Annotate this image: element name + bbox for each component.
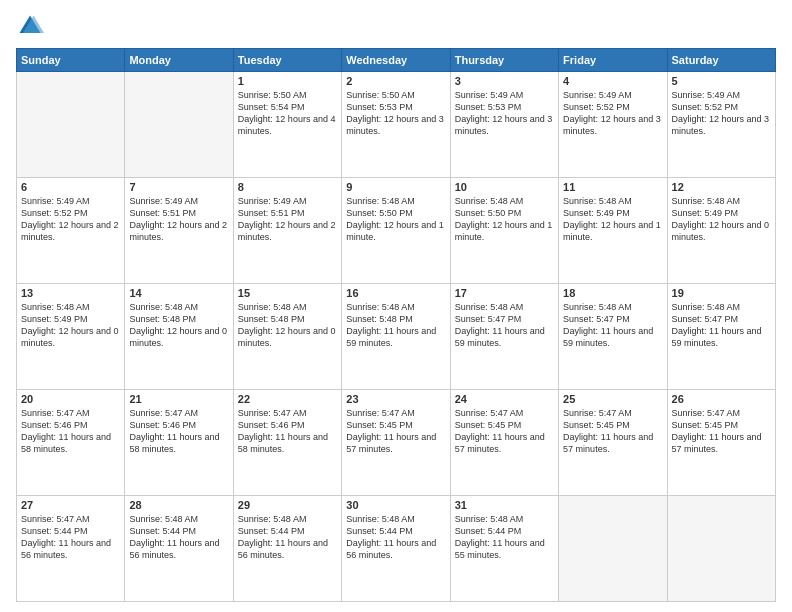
calendar-cell: 19Sunrise: 5:48 AM Sunset: 5:47 PM Dayli…: [667, 284, 775, 390]
calendar-cell: 30Sunrise: 5:48 AM Sunset: 5:44 PM Dayli…: [342, 496, 450, 602]
calendar-cell: 4Sunrise: 5:49 AM Sunset: 5:52 PM Daylig…: [559, 72, 667, 178]
day-number: 5: [672, 75, 771, 87]
calendar-cell: 18Sunrise: 5:48 AM Sunset: 5:47 PM Dayli…: [559, 284, 667, 390]
calendar-header-row: SundayMondayTuesdayWednesdayThursdayFrid…: [17, 49, 776, 72]
calendar-cell: 15Sunrise: 5:48 AM Sunset: 5:48 PM Dayli…: [233, 284, 341, 390]
day-info: Sunrise: 5:47 AM Sunset: 5:45 PM Dayligh…: [672, 407, 771, 456]
day-info: Sunrise: 5:48 AM Sunset: 5:47 PM Dayligh…: [672, 301, 771, 350]
calendar-week-1: 1Sunrise: 5:50 AM Sunset: 5:54 PM Daylig…: [17, 72, 776, 178]
calendar-cell: 25Sunrise: 5:47 AM Sunset: 5:45 PM Dayli…: [559, 390, 667, 496]
day-number: 7: [129, 181, 228, 193]
day-info: Sunrise: 5:49 AM Sunset: 5:51 PM Dayligh…: [238, 195, 337, 244]
weekday-header-sunday: Sunday: [17, 49, 125, 72]
day-info: Sunrise: 5:47 AM Sunset: 5:45 PM Dayligh…: [563, 407, 662, 456]
calendar-cell: 13Sunrise: 5:48 AM Sunset: 5:49 PM Dayli…: [17, 284, 125, 390]
day-info: Sunrise: 5:47 AM Sunset: 5:45 PM Dayligh…: [346, 407, 445, 456]
day-number: 15: [238, 287, 337, 299]
day-info: Sunrise: 5:48 AM Sunset: 5:49 PM Dayligh…: [672, 195, 771, 244]
day-number: 17: [455, 287, 554, 299]
calendar-table: SundayMondayTuesdayWednesdayThursdayFrid…: [16, 48, 776, 602]
calendar-cell: 31Sunrise: 5:48 AM Sunset: 5:44 PM Dayli…: [450, 496, 558, 602]
day-number: 10: [455, 181, 554, 193]
day-number: 13: [21, 287, 120, 299]
calendar-cell: 27Sunrise: 5:47 AM Sunset: 5:44 PM Dayli…: [17, 496, 125, 602]
calendar-cell: 14Sunrise: 5:48 AM Sunset: 5:48 PM Dayli…: [125, 284, 233, 390]
calendar-cell: [667, 496, 775, 602]
day-number: 18: [563, 287, 662, 299]
day-info: Sunrise: 5:48 AM Sunset: 5:49 PM Dayligh…: [21, 301, 120, 350]
calendar-cell: 3Sunrise: 5:49 AM Sunset: 5:53 PM Daylig…: [450, 72, 558, 178]
calendar-cell: 29Sunrise: 5:48 AM Sunset: 5:44 PM Dayli…: [233, 496, 341, 602]
day-number: 22: [238, 393, 337, 405]
calendar-cell: 10Sunrise: 5:48 AM Sunset: 5:50 PM Dayli…: [450, 178, 558, 284]
day-info: Sunrise: 5:48 AM Sunset: 5:50 PM Dayligh…: [346, 195, 445, 244]
calendar-cell: 12Sunrise: 5:48 AM Sunset: 5:49 PM Dayli…: [667, 178, 775, 284]
day-number: 9: [346, 181, 445, 193]
day-info: Sunrise: 5:47 AM Sunset: 5:46 PM Dayligh…: [238, 407, 337, 456]
day-info: Sunrise: 5:49 AM Sunset: 5:53 PM Dayligh…: [455, 89, 554, 138]
calendar-cell: 9Sunrise: 5:48 AM Sunset: 5:50 PM Daylig…: [342, 178, 450, 284]
calendar-cell: 5Sunrise: 5:49 AM Sunset: 5:52 PM Daylig…: [667, 72, 775, 178]
calendar-week-3: 13Sunrise: 5:48 AM Sunset: 5:49 PM Dayli…: [17, 284, 776, 390]
day-info: Sunrise: 5:47 AM Sunset: 5:46 PM Dayligh…: [21, 407, 120, 456]
calendar-cell: 20Sunrise: 5:47 AM Sunset: 5:46 PM Dayli…: [17, 390, 125, 496]
weekday-header-monday: Monday: [125, 49, 233, 72]
day-info: Sunrise: 5:48 AM Sunset: 5:44 PM Dayligh…: [238, 513, 337, 562]
day-number: 11: [563, 181, 662, 193]
day-number: 25: [563, 393, 662, 405]
day-info: Sunrise: 5:48 AM Sunset: 5:44 PM Dayligh…: [455, 513, 554, 562]
weekday-header-wednesday: Wednesday: [342, 49, 450, 72]
day-number: 28: [129, 499, 228, 511]
calendar-cell: 26Sunrise: 5:47 AM Sunset: 5:45 PM Dayli…: [667, 390, 775, 496]
calendar-cell: 6Sunrise: 5:49 AM Sunset: 5:52 PM Daylig…: [17, 178, 125, 284]
day-number: 30: [346, 499, 445, 511]
calendar-cell: 22Sunrise: 5:47 AM Sunset: 5:46 PM Dayli…: [233, 390, 341, 496]
day-number: 6: [21, 181, 120, 193]
day-info: Sunrise: 5:50 AM Sunset: 5:53 PM Dayligh…: [346, 89, 445, 138]
day-number: 8: [238, 181, 337, 193]
day-number: 29: [238, 499, 337, 511]
day-info: Sunrise: 5:49 AM Sunset: 5:52 PM Dayligh…: [563, 89, 662, 138]
calendar-cell: 8Sunrise: 5:49 AM Sunset: 5:51 PM Daylig…: [233, 178, 341, 284]
calendar-cell: [17, 72, 125, 178]
day-info: Sunrise: 5:49 AM Sunset: 5:52 PM Dayligh…: [672, 89, 771, 138]
calendar-cell: 11Sunrise: 5:48 AM Sunset: 5:49 PM Dayli…: [559, 178, 667, 284]
calendar-week-5: 27Sunrise: 5:47 AM Sunset: 5:44 PM Dayli…: [17, 496, 776, 602]
weekday-header-friday: Friday: [559, 49, 667, 72]
day-number: 3: [455, 75, 554, 87]
logo-icon: [16, 12, 44, 40]
day-info: Sunrise: 5:48 AM Sunset: 5:47 PM Dayligh…: [455, 301, 554, 350]
calendar-cell: 2Sunrise: 5:50 AM Sunset: 5:53 PM Daylig…: [342, 72, 450, 178]
day-info: Sunrise: 5:48 AM Sunset: 5:44 PM Dayligh…: [346, 513, 445, 562]
day-info: Sunrise: 5:47 AM Sunset: 5:45 PM Dayligh…: [455, 407, 554, 456]
day-number: 24: [455, 393, 554, 405]
day-info: Sunrise: 5:49 AM Sunset: 5:51 PM Dayligh…: [129, 195, 228, 244]
day-info: Sunrise: 5:50 AM Sunset: 5:54 PM Dayligh…: [238, 89, 337, 138]
calendar-cell: 21Sunrise: 5:47 AM Sunset: 5:46 PM Dayli…: [125, 390, 233, 496]
day-info: Sunrise: 5:48 AM Sunset: 5:49 PM Dayligh…: [563, 195, 662, 244]
day-info: Sunrise: 5:48 AM Sunset: 5:48 PM Dayligh…: [346, 301, 445, 350]
calendar-cell: 23Sunrise: 5:47 AM Sunset: 5:45 PM Dayli…: [342, 390, 450, 496]
page: SundayMondayTuesdayWednesdayThursdayFrid…: [0, 0, 792, 612]
day-number: 31: [455, 499, 554, 511]
calendar-week-4: 20Sunrise: 5:47 AM Sunset: 5:46 PM Dayli…: [17, 390, 776, 496]
day-info: Sunrise: 5:49 AM Sunset: 5:52 PM Dayligh…: [21, 195, 120, 244]
weekday-header-thursday: Thursday: [450, 49, 558, 72]
day-info: Sunrise: 5:48 AM Sunset: 5:47 PM Dayligh…: [563, 301, 662, 350]
day-number: 26: [672, 393, 771, 405]
calendar-cell: 28Sunrise: 5:48 AM Sunset: 5:44 PM Dayli…: [125, 496, 233, 602]
day-number: 14: [129, 287, 228, 299]
day-info: Sunrise: 5:48 AM Sunset: 5:48 PM Dayligh…: [238, 301, 337, 350]
day-number: 27: [21, 499, 120, 511]
calendar-cell: 7Sunrise: 5:49 AM Sunset: 5:51 PM Daylig…: [125, 178, 233, 284]
header: [16, 12, 776, 40]
day-info: Sunrise: 5:48 AM Sunset: 5:50 PM Dayligh…: [455, 195, 554, 244]
day-info: Sunrise: 5:48 AM Sunset: 5:44 PM Dayligh…: [129, 513, 228, 562]
calendar-cell: 16Sunrise: 5:48 AM Sunset: 5:48 PM Dayli…: [342, 284, 450, 390]
day-number: 21: [129, 393, 228, 405]
calendar-cell: [559, 496, 667, 602]
day-number: 16: [346, 287, 445, 299]
calendar-cell: 17Sunrise: 5:48 AM Sunset: 5:47 PM Dayli…: [450, 284, 558, 390]
day-number: 4: [563, 75, 662, 87]
day-number: 19: [672, 287, 771, 299]
